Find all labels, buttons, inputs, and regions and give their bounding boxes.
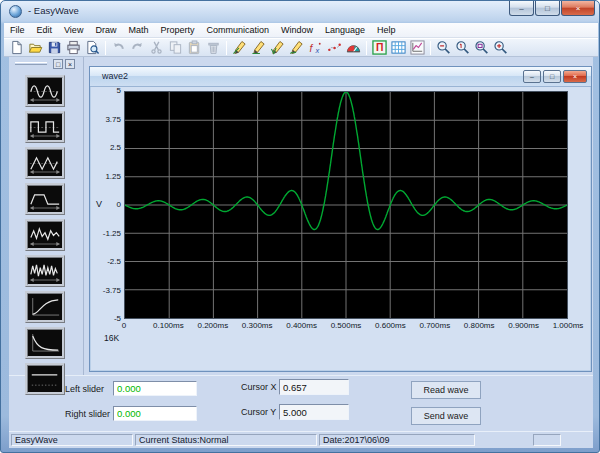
toolbar-draw-vertical-button[interactable] <box>268 39 287 56</box>
toolbar-new-button[interactable] <box>7 39 26 56</box>
minimize-icon[interactable]: – <box>523 70 541 83</box>
wave-tool-exp-rise-button[interactable] <box>25 291 65 323</box>
status-date: Date:2017\06\09 <box>319 434 475 446</box>
title-bar[interactable]: - EasyWave – □ × <box>1 1 599 23</box>
maximize-icon[interactable]: □ <box>535 1 560 16</box>
menu-window[interactable]: Window <box>275 24 319 36</box>
menu-edit[interactable]: Edit <box>31 24 59 36</box>
pi-icon: Π <box>372 40 387 55</box>
toolbar-meter-button[interactable] <box>344 39 363 56</box>
toolbar-zoom-in-button[interactable] <box>491 39 510 56</box>
draw-line-icon <box>232 40 247 55</box>
toolbar-grid-button[interactable] <box>389 39 408 56</box>
wave-tool-pulse-button[interactable] <box>25 183 65 215</box>
close-icon[interactable]: × <box>561 1 595 16</box>
close-icon[interactable]: × <box>65 59 75 69</box>
cursor-x-label: Cursor X <box>241 382 277 392</box>
exp-rise-wave-icon <box>28 295 62 320</box>
y-tick-label: -1.25 <box>103 229 121 238</box>
menu-language[interactable]: Language <box>319 24 371 36</box>
menu-help[interactable]: Help <box>371 24 402 36</box>
plot-icon <box>410 40 425 55</box>
zoom-in-icon <box>493 40 508 55</box>
waveform-plot[interactable] <box>124 91 568 319</box>
menu-view[interactable]: View <box>58 24 89 36</box>
toolbar-zoom-one-button[interactable] <box>453 39 472 56</box>
print-icon <box>66 40 81 55</box>
noise-wave-icon <box>28 259 62 284</box>
x-tick-label: 0.200ms <box>197 321 228 330</box>
close-icon[interactable]: × <box>563 70 587 83</box>
wave-toolbox-header[interactable]: □ × <box>13 59 79 69</box>
y-tick-label: 5 <box>117 86 121 95</box>
toolbar-paste-button[interactable] <box>185 39 204 56</box>
toolbar-draw-points-button[interactable] <box>325 39 344 56</box>
wave-tool-dc-button[interactable] <box>25 363 65 395</box>
wave2-window-controls: – □ × <box>521 70 587 83</box>
toolbar-separator <box>105 41 106 55</box>
wave-tool-noise-button[interactable] <box>25 255 65 287</box>
x-tick-label: 0.700ms <box>419 321 450 330</box>
delete-icon <box>206 40 221 55</box>
x-tick-label: 0.100ms <box>153 321 184 330</box>
toolbar-print-preview-button[interactable] <box>83 39 102 56</box>
toolbar-cut-button[interactable] <box>147 39 166 56</box>
minimize-icon[interactable]: – <box>509 1 534 16</box>
toolbar-open-button[interactable] <box>26 39 45 56</box>
toolbar-copy-button[interactable] <box>166 39 185 56</box>
x-tick-label: 0 <box>122 321 126 330</box>
x-tick-label: 0.300ms <box>242 321 273 330</box>
svg-text:x: x <box>315 46 320 55</box>
status-app-name: EasyWave <box>11 434 133 446</box>
cursor-x-field[interactable] <box>279 379 349 395</box>
grid-icon <box>391 40 406 55</box>
draw-freehand-icon <box>289 40 304 55</box>
zoom-window-icon <box>474 40 489 55</box>
wave-tool-arbitrary-button[interactable] <box>25 219 65 251</box>
wave-tool-exp-fall-button[interactable] <box>25 327 65 359</box>
y-axis-ticks: 53.752.51.250-1.25-2.5-3.75-5 <box>90 91 121 319</box>
left-slider-label: Left slider <box>65 384 104 394</box>
wave2-title-bar[interactable]: wave2 – □ × <box>90 67 591 87</box>
zoom-one-icon <box>455 40 470 55</box>
toolbar-redo-button[interactable] <box>128 39 147 56</box>
wave-tool-square-button[interactable] <box>25 111 65 143</box>
copy-icon <box>168 40 183 55</box>
wave-tool-sine-button[interactable] <box>25 75 65 107</box>
status-bar: EasyWave Current Status:Normal Date:2017… <box>9 431 593 448</box>
toolbar-draw-freehand-button[interactable] <box>287 39 306 56</box>
toolbar-zoom-out-button[interactable] <box>434 39 453 56</box>
toolbar-draw-horizontal-button[interactable] <box>249 39 268 56</box>
toolbar-plot-button[interactable] <box>408 39 427 56</box>
menu-math[interactable]: Math <box>122 24 154 36</box>
restore-icon[interactable]: □ <box>53 59 63 69</box>
menu-property[interactable]: Property <box>154 24 200 36</box>
sidebar-divider <box>83 57 84 375</box>
menu-communication[interactable]: Communication <box>200 24 275 36</box>
maximize-icon[interactable]: □ <box>543 70 561 83</box>
toolbar-undo-button[interactable] <box>109 39 128 56</box>
right-slider-field[interactable] <box>113 406 197 421</box>
menu-draw[interactable]: Draw <box>89 24 122 36</box>
x-axis-ticks: 00.100ms0.200ms0.300ms0.400ms0.500ms0.60… <box>124 321 570 331</box>
toolbar-pi-button[interactable]: Π <box>370 39 389 56</box>
draw-horizontal-icon <box>251 40 266 55</box>
read-wave-button[interactable]: Read wave <box>411 381 481 399</box>
menu-file[interactable]: File <box>4 24 31 36</box>
x-tick-label: 0.400ms <box>286 321 317 330</box>
wave-tool-triangle-button[interactable] <box>25 147 65 179</box>
toolbar-zoom-window-button[interactable] <box>472 39 491 56</box>
left-slider-field[interactable] <box>113 381 197 396</box>
toolbar-equation-button[interactable]: fx <box>306 39 325 56</box>
toolbar-delete-button[interactable] <box>204 39 223 56</box>
y-tick-label: 0 <box>117 200 121 209</box>
send-wave-button[interactable]: Send wave <box>411 407 481 425</box>
x-tick-label: 0.800ms <box>464 321 495 330</box>
toolbar-save-button[interactable] <box>45 39 64 56</box>
cursor-y-field[interactable] <box>279 404 349 420</box>
toolbar-print-button[interactable] <box>64 39 83 56</box>
panel-divider <box>9 375 593 376</box>
arbitrary-wave-icon <box>28 223 62 248</box>
toolbar-separator <box>430 41 431 55</box>
toolbar-draw-line-button[interactable] <box>230 39 249 56</box>
